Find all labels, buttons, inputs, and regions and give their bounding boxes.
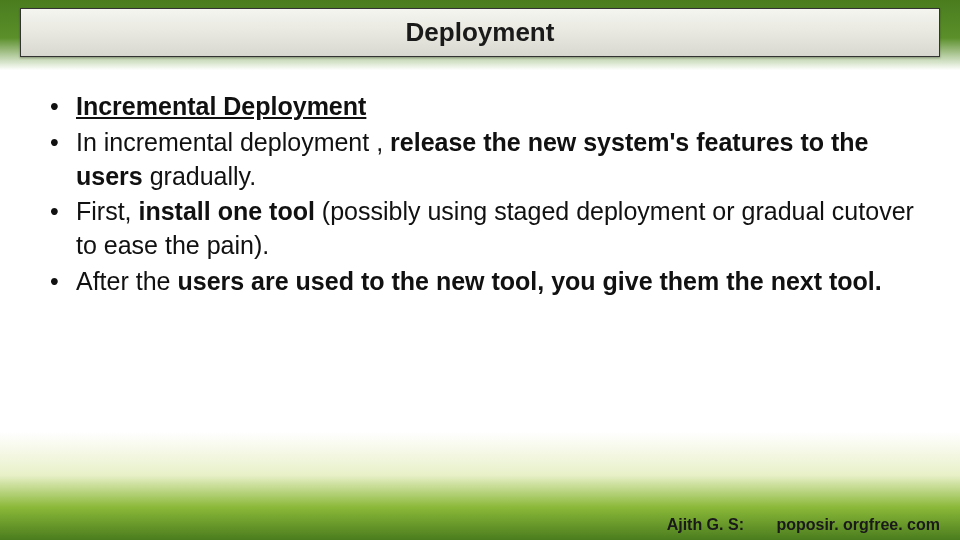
bullet-text-prefix: First, [76,197,139,225]
bullet-text-prefix: In incremental deployment , [76,128,390,156]
bullet-bold: install one tool [139,197,315,225]
bullet-item: In incremental deployment , release the … [40,126,920,194]
slide-content: Incremental Deployment In incremental de… [40,90,920,301]
footer-site: poposir. orgfree. com [776,516,940,533]
bullet-list: Incremental Deployment In incremental de… [40,90,920,299]
bullet-text-prefix: After the [76,267,177,295]
bullet-text-rest: gradually. [143,162,257,190]
bullet-bold: users are used to the new tool, you give… [177,267,881,295]
title-bar: Deployment [20,8,940,57]
footer-author: Ajith G. S: [667,516,744,533]
slide-title: Deployment [21,17,939,48]
bullet-item: After the users are used to the new tool… [40,265,920,299]
bullet-item: Incremental Deployment [40,90,920,124]
bullet-item: First, install one tool (possibly using … [40,195,920,263]
bullet-heading: Incremental Deployment [76,92,366,120]
footer: Ajith G. S: poposir. orgfree. com [667,516,940,534]
